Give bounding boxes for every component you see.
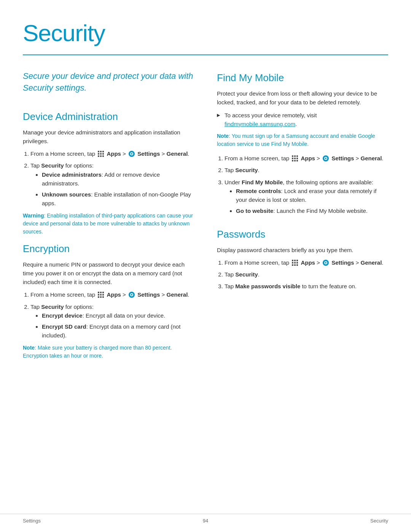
settings-icon-2 <box>128 291 135 298</box>
svg-rect-15 <box>98 294 99 296</box>
device-admin-bullet-1: Device administrators: Add or remove dev… <box>42 170 194 188</box>
make-passwords-visible-label: Make passwords visible <box>235 283 300 289</box>
encryption-note: Note: Make sure your battery is charged … <box>23 344 194 360</box>
svg-rect-32 <box>296 160 298 161</box>
encryption-intro: Require a numeric PIN or password to dec… <box>23 260 194 287</box>
warning-label: Warning <box>23 212 44 219</box>
encryption-step-1: From a Home screen, tap <box>30 290 194 299</box>
svg-rect-2 <box>102 151 104 152</box>
svg-rect-17 <box>102 294 104 296</box>
encryption-step-2: Tap Security for options: Encrypt device… <box>30 302 194 340</box>
svg-point-11 <box>131 153 132 155</box>
warning-text: : Enabling installation of third-party a… <box>23 212 193 235</box>
find-my-mobile-steps: From a Home screen, tap <box>225 154 388 216</box>
page-title: Security <box>23 15 388 51</box>
find-my-mobile-step-3: Under Find My Mobile, the following opti… <box>225 178 388 216</box>
general-label-1: General <box>166 150 188 157</box>
device-admin-term-2: Unknown sources <box>42 191 91 198</box>
note-label-2: Note <box>217 133 229 139</box>
security-label-2: Security <box>41 304 64 310</box>
svg-rect-30 <box>292 160 293 161</box>
svg-rect-24 <box>292 155 293 157</box>
find-my-mobile-bullet-1: Remote controls: Lock and erase your dat… <box>236 187 388 204</box>
apps-icon-1 <box>97 150 104 157</box>
encryption-bullets: Encrypt device: Encrypt all data on your… <box>42 311 194 340</box>
svg-rect-0 <box>98 151 99 152</box>
find-my-mobile-section: Find My Mobile Protect your device from … <box>217 70 388 216</box>
svg-rect-44 <box>296 264 298 266</box>
svg-rect-25 <box>294 155 296 157</box>
encryption-steps: From a Home screen, tap <box>30 290 194 340</box>
note-text-2: : You must sign up for a Samsung account… <box>217 133 375 147</box>
settings-icon-1 <box>128 150 135 157</box>
encryption-section: Encryption Require a numeric PIN or pass… <box>23 241 194 360</box>
settings-icon-4 <box>322 259 329 266</box>
encrypt-sd-term: Encrypt SD card <box>42 323 86 330</box>
svg-rect-7 <box>100 155 102 157</box>
general-label-2: General <box>166 291 188 298</box>
encryption-bullet-2: Encrypt SD card: Encrypt data on a memor… <box>42 322 194 340</box>
svg-rect-20 <box>102 296 104 298</box>
apps-label-1: Apps <box>107 150 121 157</box>
find-my-mobile-step-1: From a Home screen, tap <box>225 154 388 163</box>
svg-point-23 <box>131 294 132 296</box>
general-label-4: General <box>360 259 382 266</box>
svg-rect-13 <box>100 292 102 293</box>
page-container: Security Secure your device and protect … <box>0 0 411 396</box>
find-my-mobile-arrow-item: To access your device remotely, visit fi… <box>217 111 388 129</box>
find-my-mobile-title: Find My Mobile <box>217 70 388 85</box>
apps-label-4: Apps <box>301 259 315 266</box>
find-my-mobile-note: Note: You must sign up for a Samsung acc… <box>217 132 388 148</box>
find-my-mobile-arrow-list: To access your device remotely, visit fi… <box>217 111 388 129</box>
device-admin-bullets: Device administrators: Add or remove dev… <box>42 170 194 208</box>
settings-label-1: Settings <box>137 150 160 157</box>
go-to-website-term: Go to website <box>236 208 273 214</box>
device-admin-intro: Manage your device administrators and ap… <box>23 128 194 146</box>
find-my-mobile-bold: Find My Mobile <box>242 179 283 185</box>
encrypt-device-desc: : Encrypt all data on your device. <box>83 312 166 319</box>
device-admin-step-1: From a Home screen, tap <box>30 149 194 158</box>
svg-rect-28 <box>294 158 296 159</box>
svg-rect-14 <box>102 292 104 293</box>
right-column: Find My Mobile Protect your device from … <box>217 70 388 366</box>
svg-rect-8 <box>102 155 104 157</box>
apps-label-2: Apps <box>107 291 121 298</box>
svg-rect-31 <box>294 160 296 161</box>
svg-rect-36 <box>292 260 293 261</box>
find-my-mobile-intro: Protect your device from loss or theft a… <box>217 89 388 107</box>
svg-rect-42 <box>292 264 293 266</box>
device-admin-bullet-2: Unknown sources: Enable installation of … <box>42 190 194 208</box>
go-to-website-desc: : Launch the Find My Mobile website. <box>273 208 368 214</box>
svg-rect-39 <box>292 262 293 264</box>
device-admin-step-2: Tap Security for options: Device adminis… <box>30 161 194 208</box>
svg-rect-26 <box>296 155 298 157</box>
passwords-step-3: Tap Make passwords visible to turn the f… <box>225 282 388 291</box>
find-my-mobile-bullet-2: Go to website: Launch the Find My Mobile… <box>236 206 388 215</box>
svg-rect-5 <box>102 153 104 155</box>
passwords-step-2: Tap Security. <box>225 270 388 279</box>
title-divider <box>23 54 388 55</box>
tagline: Secure your device and protect your data… <box>23 70 194 94</box>
svg-point-35 <box>325 158 327 159</box>
apps-icon-4 <box>292 259 298 266</box>
device-admin-term-1: Device administrators <box>42 171 102 178</box>
findmymobile-link[interactable]: findmymobile.samsung.com <box>225 121 295 127</box>
svg-rect-4 <box>100 153 102 155</box>
svg-rect-29 <box>296 158 298 159</box>
device-admin-title: Device Administration <box>23 109 194 124</box>
svg-rect-6 <box>98 155 99 157</box>
apps-icon-3 <box>292 155 298 162</box>
svg-rect-16 <box>100 294 102 296</box>
device-admin-steps: From a Home screen, tap <box>30 149 194 208</box>
find-my-mobile-step-2: Tap Security. <box>225 166 388 174</box>
left-column: Secure your device and protect your data… <box>23 70 194 366</box>
passwords-step-1: From a Home screen, tap <box>225 258 388 267</box>
note-text-1: : Make sure your battery is charged more… <box>23 345 172 359</box>
svg-rect-27 <box>292 158 293 159</box>
svg-rect-3 <box>98 153 99 155</box>
settings-icon-3 <box>322 155 329 162</box>
remote-controls-term: Remote controls <box>236 188 281 194</box>
svg-rect-18 <box>98 296 99 298</box>
encryption-bullet-1: Encrypt device: Encrypt all data on your… <box>42 311 194 320</box>
svg-rect-41 <box>296 262 298 264</box>
